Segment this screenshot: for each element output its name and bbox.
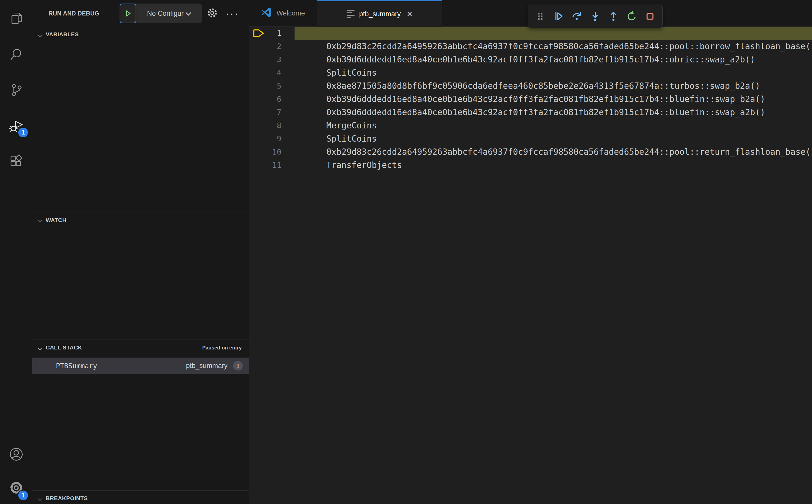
tab-ptb-summary[interactable]: ptb_summary × <box>317 0 442 27</box>
call-stack-section: CALL STACK Paused on entry PTBSummary pt… <box>32 340 249 490</box>
config-dropdown-label: No Configur <box>147 10 184 18</box>
line-number: 10 <box>272 145 281 159</box>
debug-toolbar <box>528 5 663 28</box>
code-area[interactable]: 0x8ae871505a80d8bf6bf9c05906cda6edfeea46… <box>294 66 812 79</box>
editor-line[interactable]: 11 <box>249 159 812 172</box>
call-stack-section-header[interactable]: CALL STACK Paused on entry <box>32 340 249 356</box>
search-icon <box>9 47 24 63</box>
current-line-marker <box>253 29 265 38</box>
line-number: 2 <box>277 40 281 53</box>
chevron-down-icon <box>186 10 191 16</box>
code-area[interactable]: 0xb29d83c26cdd2a64959263abbcfc4a6937f0c9… <box>294 132 812 145</box>
chevron-down-icon <box>38 345 42 350</box>
chevron-down-icon <box>38 496 42 501</box>
frame-name: PTBSummary <box>56 362 97 370</box>
editor-gutter[interactable]: 4 <box>249 66 292 79</box>
toolbar-drag-handle[interactable] <box>532 8 549 25</box>
vscode-logo-icon <box>261 7 272 20</box>
editor-gutter[interactable]: 9 <box>249 132 292 145</box>
editor-line[interactable]: 1 0xb29d83c26cdd2a64959263abbcfc4a6937f0… <box>249 27 812 40</box>
section-label: WATCH <box>46 217 66 224</box>
code-area[interactable] <box>294 159 812 172</box>
editor-gutter[interactable]: 7 <box>249 106 292 119</box>
code-lines: 1 0xb29d83c26cdd2a64959263abbcfc4a6937f0… <box>249 27 812 172</box>
line-number: 9 <box>277 132 281 145</box>
editor-gutter[interactable]: 5 <box>249 79 292 93</box>
code-area[interactable]: 0xb39d6dddedd16ed8a40ce0b1e6b43c92acf0ff… <box>294 93 812 106</box>
code-area[interactable]: 0xb39d6dddedd16ed8a40ce0b1e6b43c92acf0ff… <box>294 79 812 93</box>
variables-section-header[interactable]: VARIABLES <box>32 27 249 42</box>
editor-gutter[interactable]: 3 <box>249 53 292 66</box>
editor-group: Welcome ptb_summary × <box>249 0 812 504</box>
debug-settings-gear-button[interactable] <box>206 7 218 20</box>
activity-item-source-control[interactable] <box>0 73 32 108</box>
play-icon <box>124 9 132 18</box>
editor-line[interactable]: 6 0xb39d6dddedd16ed8a40ce0b1e6b43c92acf0… <box>249 93 812 106</box>
code-area[interactable]: SplitCoins <box>294 119 812 132</box>
editor-line[interactable]: 4 0x8ae871505a80d8bf6bf9c05906cda6edfeea… <box>249 66 812 79</box>
variables-section: VARIABLES <box>32 27 249 212</box>
account-icon <box>9 447 24 463</box>
editor-gutter[interactable]: 10 <box>249 145 292 159</box>
editor-line[interactable]: 10 TransferObjects <box>249 145 812 159</box>
editor-line[interactable]: 9 0xb29d83c26cdd2a64959263abbcfc4a6937f0… <box>249 132 812 145</box>
editor-gutter[interactable]: 2 <box>249 40 292 53</box>
restart-button[interactable] <box>623 8 640 25</box>
watch-section: WATCH <box>32 212 249 340</box>
editor-gutter[interactable]: 6 <box>249 93 292 106</box>
editor-line[interactable]: 5 0xb39d6dddedd16ed8a40ce0b1e6b43c92acf0… <box>249 79 812 93</box>
frame-file: ptb_summary <box>186 362 227 370</box>
close-icon[interactable]: × <box>407 9 413 19</box>
watch-section-header[interactable]: WATCH <box>32 212 249 228</box>
editor-line[interactable]: 2 0xb39d6dddedd16ed8a40ce0b1e6b43c92acf0… <box>249 40 812 53</box>
activity-item-explorer[interactable] <box>0 2 32 37</box>
debug-badge: 1 <box>18 127 29 138</box>
file-lines-icon <box>346 10 355 18</box>
source-control-icon <box>9 82 24 98</box>
sidebar-header: RUN AND DEBUG No Configur ··· <box>32 0 249 27</box>
config-dropdown[interactable]: No Configur <box>136 4 202 23</box>
line-number: 8 <box>277 119 281 132</box>
editor-gutter[interactable]: 11 <box>249 159 292 172</box>
activity-bar: 1 1 <box>0 0 32 504</box>
continue-button[interactable] <box>550 8 567 25</box>
tab-welcome[interactable]: Welcome <box>249 0 317 27</box>
tab-label: Welcome <box>276 9 305 17</box>
line-number: 1 <box>277 27 281 40</box>
files-icon <box>9 11 24 27</box>
activity-item-search[interactable] <box>0 37 32 73</box>
start-debugging-button[interactable] <box>120 4 136 23</box>
paused-status-text: Paused on entry <box>202 345 242 351</box>
run-and-debug-sidebar: RUN AND DEBUG No Configur ··· VARIABLES <box>32 0 249 504</box>
editor-line[interactable]: 7 MergeCoins <box>249 106 812 119</box>
code-area[interactable]: MergeCoins <box>294 106 812 119</box>
line-number: 6 <box>277 93 281 106</box>
editor-line[interactable]: 8 SplitCoins <box>249 119 812 132</box>
activity-item-extensions[interactable] <box>0 144 32 179</box>
code-area[interactable]: TransferObjects <box>294 145 812 159</box>
more-actions-button[interactable]: ··· <box>226 8 239 19</box>
activity-item-accounts[interactable] <box>0 437 32 473</box>
debug-config-group: No Configur <box>120 4 202 23</box>
editor-gutter[interactable]: 8 <box>249 119 292 132</box>
section-label: BREAKPOINTS <box>46 495 88 502</box>
stop-button[interactable] <box>642 8 658 25</box>
extensions-icon <box>9 153 24 170</box>
sidebar-title: RUN AND DEBUG <box>48 10 99 17</box>
line-number: 7 <box>277 106 281 119</box>
call-stack-frame-row[interactable]: PTBSummary ptb_summary 1 <box>32 358 249 374</box>
code-area[interactable]: 0xb39d6dddedd16ed8a40ce0b1e6b43c92acf0ff… <box>294 40 812 53</box>
editor-gutter[interactable]: 1 <box>249 27 292 40</box>
editor-line[interactable]: 3 SplitCoins <box>249 53 812 66</box>
code-area[interactable]: 0xb29d83c26cdd2a64959263abbcfc4a6937f0c9… <box>294 27 812 40</box>
breakpoints-section-header[interactable]: BREAKPOINTS <box>32 491 249 504</box>
step-into-button[interactable] <box>587 8 604 25</box>
section-label: CALL STACK <box>46 344 82 351</box>
line-number: 3 <box>277 53 281 66</box>
line-number: 4 <box>277 66 281 79</box>
step-over-button[interactable] <box>569 8 585 25</box>
code-area[interactable]: SplitCoins <box>294 53 812 66</box>
activity-item-run-and-debug[interactable]: 1 <box>0 108 32 144</box>
activity-item-settings[interactable]: 1 <box>0 473 32 504</box>
step-out-button[interactable] <box>605 8 622 25</box>
